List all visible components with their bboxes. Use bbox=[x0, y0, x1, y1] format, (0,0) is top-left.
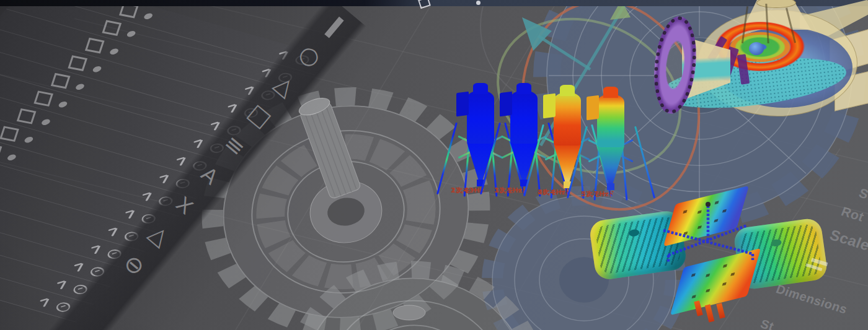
cyclone-body bbox=[554, 92, 581, 145]
cyclone-inlet bbox=[500, 92, 512, 117]
cyclone-cone bbox=[597, 146, 624, 185]
text-icon[interactable]: A bbox=[190, 155, 229, 195]
y-handle-icon bbox=[70, 261, 87, 272]
checkbox-icon[interactable] bbox=[68, 55, 87, 71]
dot-icon bbox=[6, 154, 18, 161]
mold-hole bbox=[628, 229, 639, 237]
cyclone-pipe bbox=[516, 83, 531, 94]
circle-icon[interactable]: ○ bbox=[291, 36, 330, 76]
dot-icon bbox=[74, 83, 86, 90]
mode-frequency: 13.5Hz bbox=[494, 187, 523, 195]
blower-fea-render bbox=[651, 0, 868, 129]
dot-icon bbox=[91, 65, 103, 72]
light-gear-bottom bbox=[278, 250, 555, 330]
dot-icon bbox=[0, 171, 1, 178]
y-handle-icon bbox=[87, 243, 105, 254]
mold-leg bbox=[716, 303, 725, 318]
circled-minus-icon[interactable]: ⊖ bbox=[115, 245, 154, 285]
mode-frequency: 13.43Hz bbox=[451, 187, 484, 195]
side-label-scale: Scale bbox=[827, 226, 868, 254]
side-label-partial-s: S bbox=[857, 186, 868, 202]
triangle-icon[interactable]: △ bbox=[265, 66, 304, 106]
y-handle-icon bbox=[156, 173, 173, 184]
gizmo-teal-arrow-icon[interactable] bbox=[522, 17, 552, 51]
dot-icon bbox=[125, 30, 137, 37]
cyclone-inlet bbox=[456, 92, 469, 117]
cyclone-body bbox=[467, 90, 494, 144]
rectangle-icon[interactable]: □ bbox=[241, 96, 280, 136]
dot-icon bbox=[23, 136, 35, 143]
cyclone-inlet bbox=[543, 93, 556, 119]
cyclone-leg bbox=[634, 126, 655, 199]
checkbox-icon[interactable] bbox=[85, 38, 105, 54]
cyclone-leg bbox=[436, 123, 458, 195]
side-label-dimensions: Dimensions bbox=[774, 282, 849, 316]
mode-frequency: 20.4Hz bbox=[538, 189, 566, 197]
menu-icon[interactable]: ≡ bbox=[215, 126, 254, 165]
cyclone-pipe bbox=[603, 87, 618, 98]
checkbox-icon[interactable] bbox=[33, 90, 53, 106]
side-label-rotate: Rot bbox=[839, 204, 866, 224]
checkbox-icon[interactable] bbox=[0, 144, 2, 160]
y-handle-icon bbox=[122, 208, 139, 219]
delete-icon[interactable]: X bbox=[165, 186, 204, 225]
y-handle-icon bbox=[104, 225, 122, 237]
cyclone-body bbox=[510, 90, 538, 144]
mold-leg bbox=[705, 304, 715, 322]
impeller-hub bbox=[749, 42, 764, 55]
checkbox-icon[interactable] bbox=[102, 20, 122, 36]
cyclone-body bbox=[597, 94, 624, 147]
mold-slots bbox=[683, 210, 687, 214]
y-handle-icon bbox=[138, 190, 156, 201]
gear-shaft bbox=[297, 95, 361, 199]
dot-icon bbox=[108, 48, 120, 55]
y-handle-icon bbox=[36, 296, 53, 307]
y-handle-icon bbox=[53, 279, 71, 290]
dot-icon bbox=[57, 100, 69, 108]
cyclone-inlet bbox=[587, 95, 599, 121]
gizmo-teal-tail bbox=[538, 36, 590, 69]
cyclone-pipe bbox=[560, 85, 575, 96]
checkbox-icon bbox=[418, 0, 431, 9]
checkbox-icon[interactable] bbox=[51, 73, 71, 89]
triangle-alt-icon[interactable]: △ bbox=[140, 215, 179, 255]
gear-hub-stub bbox=[393, 305, 425, 320]
layers-panel bbox=[0, 0, 332, 323]
cyclone-mode5-figure: 5次モード 32.7Hz bbox=[581, 87, 640, 212]
mold-slots bbox=[691, 273, 696, 277]
mode-frequency: 32.7Hz bbox=[581, 191, 609, 199]
side-label-partial-st: St bbox=[758, 317, 776, 330]
checkbox-icon[interactable] bbox=[17, 108, 37, 124]
dot-icon bbox=[143, 12, 154, 20]
dot-icon bbox=[476, 1, 480, 5]
cyclone-pipe bbox=[473, 83, 488, 94]
dot-icon bbox=[40, 118, 52, 126]
mold-hole bbox=[771, 239, 782, 247]
cyclone-spout bbox=[607, 183, 614, 190]
checkbox-icon[interactable] bbox=[0, 126, 19, 142]
cad-hero-scene: | ○ △ □ ≡ A X △ ⊖ 2次モード 13.43Hz bbox=[0, 0, 868, 330]
